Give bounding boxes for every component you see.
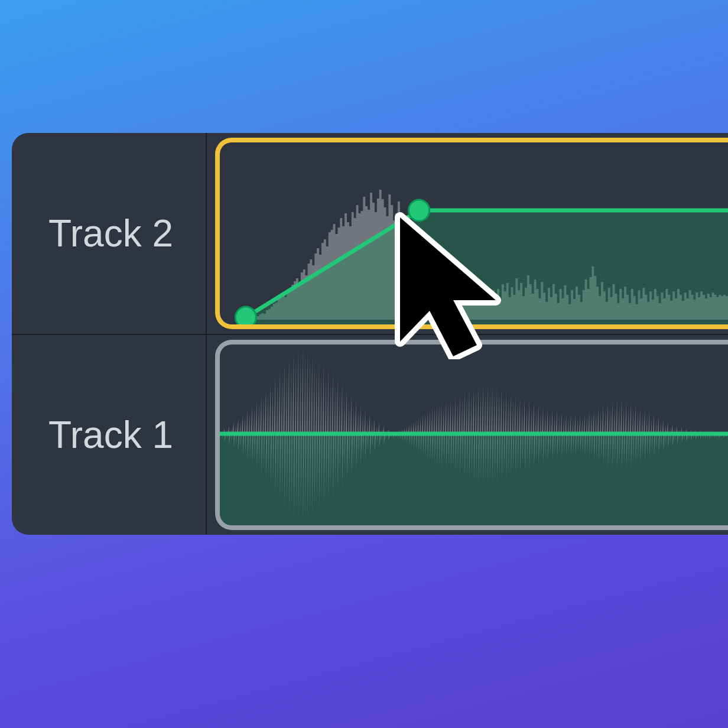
waveform-icon [220,142,728,324]
fade-end-handle[interactable] [409,200,430,221]
track-clip-area[interactable] [207,133,728,334]
track-label[interactable]: Track 1 [12,335,207,535]
track-label[interactable]: Track 2 [12,133,207,334]
waveform-icon [220,344,728,525]
audio-clip[interactable] [215,340,728,530]
volume-envelope-fill [220,434,728,525]
fade-start-handle[interactable] [235,307,256,324]
audio-clip-selected[interactable] [215,138,728,329]
track-row: Track 2 [12,133,728,334]
track-name: Track 1 [48,413,173,457]
track-clip-area[interactable] [207,335,728,535]
track-row: Track 1 [12,334,728,535]
track-panel: Track 2 [12,133,728,535]
track-name: Track 2 [48,212,173,255]
